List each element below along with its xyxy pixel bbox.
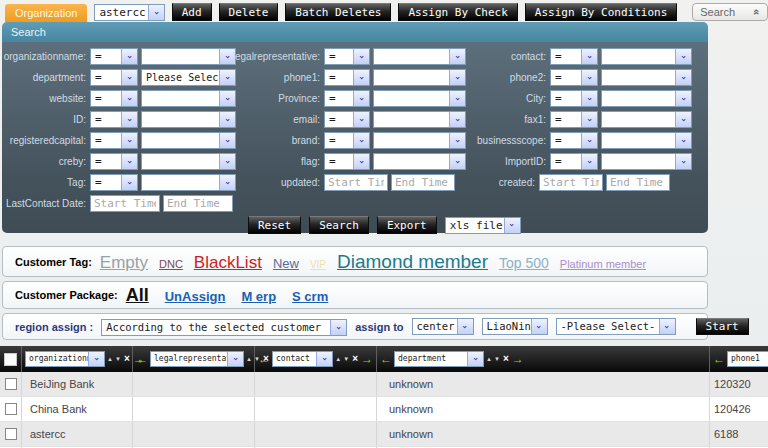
value-select-id[interactable]: › [141, 111, 236, 128]
value-select-province[interactable]: › [373, 90, 466, 107]
export-format-select[interactable]: xls file› [445, 217, 521, 234]
move-left-icon[interactable]: ← [380, 353, 392, 365]
value-select-businessscope[interactable]: › [601, 132, 692, 149]
move-left-icon[interactable]: ← [136, 353, 148, 365]
start-time-input-updated[interactable] [324, 174, 388, 191]
module-select[interactable]: astercc › [94, 4, 164, 21]
column-select-organizationname[interactable]: organizationname› [25, 351, 105, 367]
move-left-icon[interactable]: ← [713, 353, 725, 365]
tag-link-dnc[interactable]: DNC [159, 258, 183, 270]
package-link-s-crm[interactable]: S crm [292, 289, 328, 304]
tag-link-diamond-member[interactable]: Diamond member [337, 251, 488, 273]
operator-select-tag[interactable]: =› [90, 174, 138, 191]
operator-select-businessscope[interactable]: =› [550, 132, 598, 149]
value-select-contact[interactable]: › [601, 48, 692, 65]
tag-link-new[interactable]: New [273, 256, 299, 271]
operator-select-flag[interactable]: =› [324, 153, 370, 170]
module-tab-organization[interactable]: Organization [5, 4, 87, 22]
region-select-center[interactable]: center› [412, 318, 474, 335]
sort-asc-icon[interactable]: ▲ [246, 356, 252, 362]
sort-desc-icon[interactable]: ▼ [494, 356, 500, 362]
tag-link-blacklist[interactable]: BlackList [194, 253, 262, 273]
value-select-tag[interactable]: › [141, 174, 236, 191]
topbar-button-add[interactable]: Add [172, 3, 212, 21]
tag-link-empty[interactable]: Empty [100, 253, 148, 273]
topbar-button-batch-deletes[interactable]: Batch Deletes [285, 3, 391, 21]
remove-column-icon[interactable]: × [503, 354, 509, 364]
value-select-phone1[interactable]: › [373, 69, 466, 86]
operator-select-id[interactable]: =› [90, 111, 138, 128]
column-select-department[interactable]: department› [394, 351, 484, 367]
row-checkbox[interactable] [5, 428, 17, 440]
operator-select-organizationname[interactable]: =› [90, 48, 138, 65]
sort-asc-icon[interactable]: ▲ [486, 356, 492, 362]
column-select-phone1[interactable]: phone1› [727, 351, 768, 367]
remove-column-icon[interactable]: × [352, 354, 358, 364]
value-select-brand[interactable]: › [373, 132, 466, 149]
operator-select-department[interactable]: =› [90, 69, 138, 86]
row-checkbox[interactable] [5, 378, 17, 390]
column-select-contact[interactable]: contact› [272, 351, 333, 367]
operator-select-contact[interactable]: =› [550, 48, 598, 65]
operator-select-phone1[interactable]: =› [324, 69, 370, 86]
region-method-select[interactable]: According to the selected customer› [101, 319, 347, 336]
value-select-city[interactable]: › [601, 90, 692, 107]
operator-select-brand[interactable]: =› [324, 132, 370, 149]
operator-select-registeredcapital[interactable]: =› [90, 132, 138, 149]
move-left-icon[interactable]: ← [258, 353, 270, 365]
sort-desc-icon[interactable]: ▼ [115, 356, 121, 362]
start-button[interactable]: Start [696, 318, 749, 335]
value-select-importid[interactable]: › [601, 153, 692, 170]
column-select-legalrepresentative[interactable]: legalrepresentative› [150, 351, 244, 367]
select-all-checkbox[interactable] [4, 353, 17, 366]
operator-select-fax1[interactable]: =› [550, 111, 598, 128]
value-select-registeredcapital[interactable]: › [141, 132, 236, 149]
operator-select-phone2[interactable]: =› [550, 69, 598, 86]
package-link-unassign[interactable]: UnAssign [165, 289, 226, 304]
remove-column-icon[interactable]: × [124, 354, 130, 364]
operator-select-website[interactable]: =› [90, 90, 138, 107]
end-time-input-created[interactable] [606, 174, 670, 191]
topbar-button-assign-by-conditions[interactable]: Assign By Conditions [525, 3, 677, 21]
tag-link-top-500[interactable]: Top 500 [499, 255, 549, 271]
start-time-input-created[interactable] [539, 174, 603, 191]
operator-select-city[interactable]: =› [550, 90, 598, 107]
sort-desc-icon[interactable]: ▼ [343, 356, 349, 362]
start-time-input-lastcontact-date[interactable] [90, 195, 160, 212]
value-select-creby[interactable]: › [141, 153, 236, 170]
search-button[interactable]: Search [309, 216, 369, 234]
operator-select-importid[interactable]: =› [550, 153, 598, 170]
search-toggle[interactable]: Search « [692, 3, 768, 21]
operator-select-email[interactable]: =› [324, 111, 370, 128]
end-time-input-updated[interactable] [391, 174, 455, 191]
value-select-fax1[interactable]: › [601, 111, 692, 128]
operator-select-province[interactable]: =› [324, 90, 370, 107]
value-select-flag[interactable]: › [373, 153, 466, 170]
value-select-legalrepresentative[interactable]: › [373, 48, 466, 65]
topbar-button-assign-by-check[interactable]: Assign By Check [398, 3, 517, 21]
export-button[interactable]: Export [377, 216, 437, 234]
row-checkbox[interactable] [5, 403, 17, 415]
search-panel-header[interactable]: Search [2, 22, 708, 42]
operator-select-legalrepresentative[interactable]: =› [324, 48, 370, 65]
move-right-icon[interactable]: → [512, 353, 524, 365]
reset-button[interactable]: Reset [248, 216, 301, 234]
operator-select-creby[interactable]: =› [90, 153, 138, 170]
value-select-department[interactable]: Please Select› [141, 69, 236, 86]
region-select-please-select[interactable]: -Please Select-› [556, 318, 676, 335]
chevron-down-icon: › [581, 112, 597, 127]
value-select-phone2[interactable]: › [601, 69, 692, 86]
region-select-liaoning[interactable]: LiaoNing› [482, 318, 548, 335]
tag-link-platinum-member[interactable]: Platinum member [560, 258, 646, 270]
tag-link-vip[interactable]: VIP [310, 259, 326, 270]
move-right-icon[interactable]: → [361, 353, 373, 365]
package-link-all[interactable]: All [126, 285, 149, 306]
value-select-email[interactable]: › [373, 111, 466, 128]
value-select-organizationname[interactable]: › [141, 48, 236, 65]
sort-asc-icon[interactable]: ▲ [335, 356, 341, 362]
value-select-website[interactable]: › [141, 90, 236, 107]
end-time-input-lastcontact-date[interactable] [163, 195, 233, 212]
package-link-m-erp[interactable]: M erp [241, 289, 276, 304]
sort-asc-icon[interactable]: ▲ [107, 356, 113, 362]
topbar-button-delete[interactable]: Delete [219, 3, 279, 21]
